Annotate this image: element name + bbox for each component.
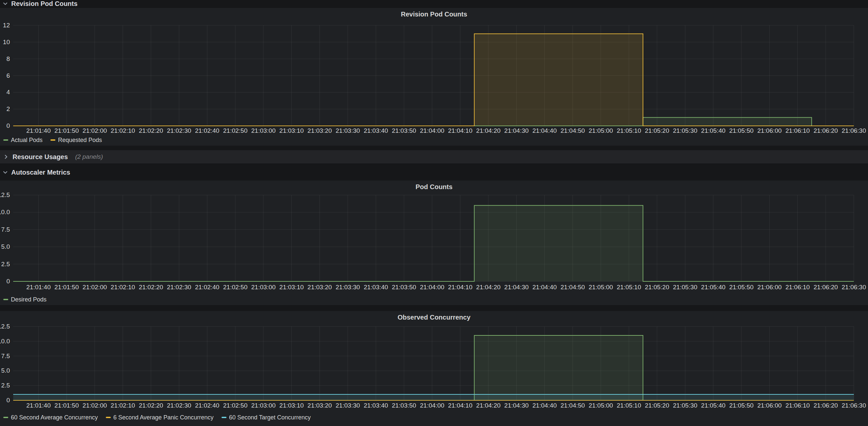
svg-text:21:03:40: 21:03:40 bbox=[364, 284, 388, 291]
panel-revision-pod-counts: Revision Pod Counts 21:01:4021:01:5021:0… bbox=[0, 8, 868, 145]
panel-title-revision-pod-counts[interactable]: Revision Pod Counts bbox=[0, 9, 868, 19]
svg-text:12.5: 12.5 bbox=[0, 323, 10, 330]
svg-text:21:06:10: 21:06:10 bbox=[785, 402, 810, 409]
svg-text:21:04:00: 21:04:00 bbox=[420, 284, 444, 291]
section-label: Autoscaler Metrics bbox=[11, 169, 70, 176]
y-axis-tick-labels: 02.55.07.510.012.5 bbox=[0, 192, 10, 285]
svg-text:21:01:40: 21:01:40 bbox=[26, 402, 51, 409]
svg-text:21:04:50: 21:04:50 bbox=[560, 402, 585, 409]
chevron-down-icon bbox=[2, 169, 8, 175]
svg-text:21:02:40: 21:02:40 bbox=[195, 284, 219, 291]
legend-item-60s-target-concurrency[interactable]: 60 Second Target Concurrency bbox=[221, 414, 311, 421]
svg-text:21:05:40: 21:05:40 bbox=[701, 402, 725, 409]
panel-count-note: (2 panels) bbox=[75, 153, 103, 160]
svg-text:0: 0 bbox=[6, 122, 10, 129]
svg-text:21:03:10: 21:03:10 bbox=[279, 127, 304, 134]
svg-text:21:02:10: 21:02:10 bbox=[111, 284, 135, 291]
section-header-resource-usages[interactable]: Resource Usages (2 panels) bbox=[0, 150, 868, 163]
svg-text:21:05:10: 21:05:10 bbox=[617, 284, 641, 291]
section-header-autoscaler-metrics[interactable]: Autoscaler Metrics bbox=[0, 167, 868, 178]
legend-label: 60 Second Average Concurrency bbox=[11, 414, 98, 421]
section-header-revision-pod-counts[interactable]: Revision Pod Counts bbox=[0, 0, 868, 7]
svg-text:5.0: 5.0 bbox=[1, 243, 10, 250]
svg-text:21:05:20: 21:05:20 bbox=[645, 402, 669, 409]
svg-text:21:04:50: 21:04:50 bbox=[560, 127, 585, 134]
legend-item-60s-average-concurrency[interactable]: 60 Second Average Concurrency bbox=[3, 414, 98, 421]
panel-title-pod-counts[interactable]: Pod Counts bbox=[0, 182, 868, 192]
svg-text:12.5: 12.5 bbox=[0, 192, 10, 198]
svg-text:21:02:40: 21:02:40 bbox=[195, 402, 219, 409]
observed-concurrency-chart-canvas[interactable]: 21:01:4021:01:5021:02:0021:02:1021:02:20… bbox=[0, 322, 868, 412]
svg-text:21:05:20: 21:05:20 bbox=[645, 284, 669, 291]
legend-observed-concurrency: 60 Second Average Concurrency 6 Second A… bbox=[0, 412, 868, 423]
svg-text:21:03:00: 21:03:00 bbox=[251, 402, 276, 409]
svg-text:21:01:40: 21:01:40 bbox=[26, 284, 51, 291]
legend-item-6s-average-panic-concurrency[interactable]: 6 Second Average Panic Concurrency bbox=[106, 414, 214, 421]
svg-text:21:03:40: 21:03:40 bbox=[364, 127, 388, 134]
svg-text:21:04:20: 21:04:20 bbox=[476, 402, 500, 409]
svg-text:21:01:50: 21:01:50 bbox=[54, 127, 79, 134]
svg-text:21:02:10: 21:02:10 bbox=[111, 127, 135, 134]
svg-text:21:05:30: 21:05:30 bbox=[673, 284, 697, 291]
svg-text:21:06:00: 21:06:00 bbox=[757, 402, 782, 409]
svg-text:21:04:40: 21:04:40 bbox=[532, 284, 557, 291]
legend-item-requested-pods[interactable]: Requested Pods bbox=[51, 137, 102, 144]
legend-color-chip bbox=[106, 417, 111, 418]
svg-text:0: 0 bbox=[6, 397, 10, 403]
legend-label: Requested Pods bbox=[58, 137, 102, 144]
section-label: Revision Pod Counts bbox=[11, 0, 78, 8]
svg-text:21:02:50: 21:02:50 bbox=[223, 402, 248, 409]
pod-counts-chart-canvas[interactable]: 21:01:4021:01:5021:02:0021:02:1021:02:20… bbox=[0, 192, 868, 294]
svg-text:21:05:30: 21:05:30 bbox=[673, 402, 697, 409]
grid-lines bbox=[13, 195, 854, 282]
legend-item-desired-pods[interactable]: Desired Pods bbox=[3, 296, 46, 303]
svg-text:21:05:00: 21:05:00 bbox=[588, 284, 613, 291]
svg-text:8: 8 bbox=[6, 55, 10, 62]
svg-text:21:05:40: 21:05:40 bbox=[701, 127, 725, 134]
section-label: Resource Usages bbox=[12, 153, 68, 161]
series-lines bbox=[13, 205, 854, 282]
svg-text:21:03:30: 21:03:30 bbox=[336, 402, 360, 409]
svg-text:21:03:30: 21:03:30 bbox=[336, 127, 360, 134]
legend-revision-pod-counts: Actual Pods Requested Pods bbox=[0, 134, 868, 145]
svg-text:21:03:10: 21:03:10 bbox=[279, 402, 304, 409]
svg-text:5.0: 5.0 bbox=[1, 367, 10, 374]
legend-item-actual-pods[interactable]: Actual Pods bbox=[3, 137, 42, 144]
svg-text:21:03:00: 21:03:00 bbox=[251, 127, 276, 134]
svg-text:21:04:30: 21:04:30 bbox=[504, 127, 529, 134]
svg-text:21:02:20: 21:02:20 bbox=[139, 284, 163, 291]
revision-pod-counts-chart-canvas[interactable]: 21:01:4021:01:5021:02:0021:02:1021:02:20… bbox=[0, 19, 868, 134]
svg-text:21:04:20: 21:04:20 bbox=[476, 127, 500, 134]
svg-text:21:06:10: 21:06:10 bbox=[785, 284, 810, 291]
panel-title-observed-concurrency[interactable]: Observed Concurrency bbox=[0, 312, 868, 322]
legend-label: Actual Pods bbox=[11, 137, 42, 144]
svg-text:21:05:50: 21:05:50 bbox=[729, 402, 754, 409]
svg-text:21:03:50: 21:03:50 bbox=[392, 284, 416, 291]
svg-text:21:05:10: 21:05:10 bbox=[617, 402, 641, 409]
panel-observed-concurrency: Observed Concurrency 21:01:4021:01:5021:… bbox=[0, 311, 868, 426]
svg-text:21:05:10: 21:05:10 bbox=[617, 127, 641, 134]
svg-text:21:04:50: 21:04:50 bbox=[560, 284, 585, 291]
svg-text:21:03:20: 21:03:20 bbox=[308, 284, 332, 291]
series-lines bbox=[13, 335, 854, 400]
svg-text:21:01:50: 21:01:50 bbox=[54, 402, 79, 409]
svg-text:21:04:10: 21:04:10 bbox=[448, 284, 472, 291]
chevron-down-icon bbox=[2, 0, 8, 7]
x-axis-tick-labels: 21:01:4021:01:5021:02:0021:02:1021:02:20… bbox=[26, 127, 866, 134]
svg-text:21:04:20: 21:04:20 bbox=[476, 284, 500, 291]
svg-text:10.0: 10.0 bbox=[0, 208, 10, 216]
svg-text:2.5: 2.5 bbox=[1, 261, 10, 267]
svg-text:21:05:00: 21:05:00 bbox=[588, 402, 613, 409]
svg-text:21:02:40: 21:02:40 bbox=[195, 127, 219, 134]
svg-text:21:06:20: 21:06:20 bbox=[814, 127, 838, 134]
svg-text:21:01:50: 21:01:50 bbox=[54, 284, 79, 291]
x-axis-tick-labels: 21:01:4021:01:5021:02:0021:02:1021:02:20… bbox=[26, 402, 866, 409]
svg-text:21:02:50: 21:02:50 bbox=[223, 284, 248, 291]
svg-text:21:06:30: 21:06:30 bbox=[842, 284, 866, 291]
svg-text:21:03:20: 21:03:20 bbox=[308, 127, 332, 134]
svg-text:21:05:50: 21:05:50 bbox=[729, 284, 754, 291]
svg-text:21:03:40: 21:03:40 bbox=[364, 402, 388, 409]
legend-color-chip bbox=[51, 139, 55, 141]
svg-text:21:04:00: 21:04:00 bbox=[420, 127, 444, 134]
svg-text:21:06:20: 21:06:20 bbox=[814, 402, 838, 409]
